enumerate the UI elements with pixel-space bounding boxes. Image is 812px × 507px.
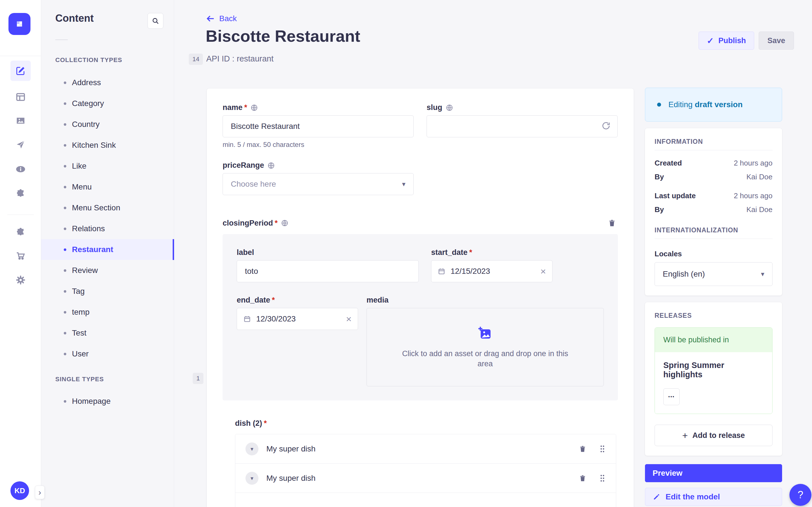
layout-icon[interactable]	[10, 87, 31, 107]
bullet-icon	[64, 269, 66, 272]
globe-icon	[281, 219, 288, 227]
status-dot-icon	[657, 103, 661, 107]
slug-input[interactable]	[427, 115, 617, 137]
media-dropzone[interactable]: Click to add an asset or drag and drop o…	[367, 308, 604, 386]
price-range-select[interactable]: Choose here ▾	[223, 173, 414, 195]
sidebar-item-label: Like	[72, 162, 86, 171]
chevron-down-icon: ▾	[251, 475, 253, 482]
release-more-button[interactable]: •••	[663, 388, 680, 405]
end-date-label: end_date*	[237, 296, 358, 304]
sidebar-item-tag[interactable]: Tag	[41, 281, 174, 302]
strapi-logo-icon	[13, 18, 26, 30]
sidebar-item-menu[interactable]: Menu	[41, 176, 174, 198]
bullet-icon	[64, 400, 66, 403]
purchase-icon[interactable]	[10, 245, 31, 266]
bullet-icon	[64, 102, 66, 105]
bullet-icon	[64, 332, 66, 334]
user-avatar[interactable]: KD	[10, 481, 29, 500]
delete-component-button[interactable]	[606, 217, 618, 229]
sidebar-item-label: Tag	[72, 287, 85, 296]
sidebar-item-temp[interactable]: temp	[41, 302, 174, 323]
sidebar-item-homepage[interactable]: Homepage	[41, 391, 174, 412]
image-icon	[15, 116, 26, 126]
label-input[interactable]	[237, 260, 419, 282]
sidebar-item-label: Kitchen Sink	[72, 141, 116, 150]
chevron-down-icon: ▾	[402, 180, 405, 188]
chevron-down-icon: ▾	[251, 446, 253, 452]
puzzle-piece-icon	[15, 227, 26, 237]
delete-entry-button[interactable]	[577, 472, 588, 484]
page-title: Biscotte Restaurant	[206, 26, 360, 45]
closing-period-header: closingPeriod*	[223, 217, 618, 229]
sidebar-item-address[interactable]: Address	[41, 72, 174, 93]
sidebar-item-label: temp	[72, 307, 90, 317]
bullet-icon	[64, 311, 66, 314]
bullet-icon	[64, 186, 66, 188]
sidebar-item-relations[interactable]: Relations	[41, 218, 174, 239]
draft-banner-text: Editing draft version	[668, 100, 743, 109]
send-icon[interactable]	[10, 134, 31, 155]
clear-date-icon[interactable]: ×	[346, 314, 351, 324]
add-to-release-button[interactable]: + Add to release	[655, 425, 772, 446]
information-icon[interactable]	[10, 159, 31, 179]
start-date-field: start_date* 12/15/2023 ×	[431, 248, 552, 282]
back-label: Back	[219, 14, 237, 23]
back-link[interactable]: Back	[206, 14, 237, 23]
sidebar-item-user[interactable]: User	[41, 343, 174, 364]
publish-button[interactable]: ✓ Publish	[699, 32, 754, 50]
save-button[interactable]: Save	[759, 32, 794, 50]
clear-date-icon[interactable]: ×	[540, 267, 546, 276]
content-manager-icon[interactable]	[10, 61, 31, 81]
plugins-icon[interactable]	[10, 183, 31, 204]
single-types-list: Homepage	[41, 391, 174, 412]
api-id: API ID : restaurant	[206, 54, 274, 63]
bullet-icon	[64, 144, 66, 147]
trash-icon	[579, 474, 587, 482]
accordion-toggle-button[interactable]: ▾	[246, 472, 259, 485]
locale-select[interactable]: English (en) ▾	[655, 262, 772, 286]
cart-icon	[15, 251, 26, 261]
info-row-updated: Last update2 hours ago	[655, 191, 772, 200]
strapi-logo[interactable]	[8, 13, 31, 35]
name-input[interactable]	[223, 115, 414, 137]
start-date-input[interactable]: 12/15/2023 ×	[431, 260, 552, 282]
regenerate-icon[interactable]	[601, 121, 611, 130]
subnav-title: Content	[55, 12, 94, 24]
sidebar-item-category[interactable]: Category	[41, 93, 174, 114]
bullet-icon	[64, 81, 66, 84]
settings-icon[interactable]	[10, 270, 31, 290]
divider	[655, 238, 772, 239]
sidebar-item-review[interactable]: Review	[41, 260, 174, 281]
sidebar-item-label: Restaurant	[72, 245, 113, 254]
divider	[655, 150, 772, 150]
bullet-icon	[64, 123, 66, 126]
sidebar-item-menu-section[interactable]: Menu Section	[41, 198, 174, 218]
end-date-input[interactable]: 12/30/2023 ×	[237, 308, 358, 330]
marketplace-icon[interactable]	[10, 222, 31, 242]
edit-model-button[interactable]: Edit the model	[645, 488, 782, 506]
preview-button[interactable]: Preview	[645, 464, 782, 482]
sidebar-item-like[interactable]: Like	[41, 156, 174, 176]
info-row-created-by: ByKai Doe	[655, 173, 772, 181]
sidebar-item-kitchen-sink[interactable]: Kitchen Sink	[41, 135, 174, 156]
help-button[interactable]: ?	[790, 484, 811, 506]
sidebar-item-label: Relations	[72, 224, 105, 233]
globe-icon	[446, 104, 453, 111]
delete-entry-button[interactable]	[577, 443, 588, 455]
search-button[interactable]	[148, 13, 163, 29]
sidebar-item-country[interactable]: Country	[41, 114, 174, 135]
expand-nav-button[interactable]: ›	[35, 486, 45, 499]
drag-handle[interactable]	[599, 445, 606, 453]
sidebar-item-restaurant[interactable]: Restaurant	[41, 239, 174, 260]
internationalization-title: INTERNATIONALIZATION	[655, 226, 772, 234]
label-label: label	[237, 248, 419, 257]
drag-handle[interactable]	[599, 474, 606, 483]
price-range-field: priceRange Choose here ▾	[223, 161, 414, 195]
sidebar-item-test[interactable]: Test	[41, 323, 174, 343]
accordion-toggle-button[interactable]: ▾	[246, 442, 259, 455]
publish-label: Publish	[718, 36, 746, 45]
sidebar-item-label: Menu Section	[72, 203, 120, 212]
dropzone-text: Click to add an asset or drag and drop o…	[400, 348, 570, 369]
media-library-icon[interactable]	[10, 111, 31, 131]
add-entry-button[interactable]: + Add an entry	[235, 493, 616, 507]
